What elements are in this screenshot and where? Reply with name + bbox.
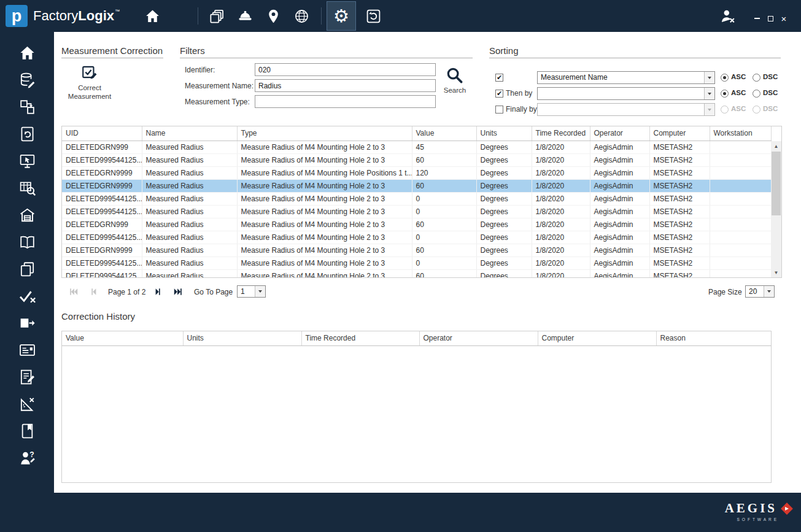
column-header[interactable]: Workstation [710,126,771,141]
column-header[interactable]: Computer [649,126,710,141]
search-button[interactable]: Search [436,66,474,94]
column-header[interactable]: Time Recorded [532,126,590,141]
sidebar-item[interactable] [0,417,54,444]
sidebar-item[interactable] [0,336,54,363]
location-button[interactable] [264,7,282,25]
cell-operator: AegisAdmin [590,141,649,153]
sidebar-item[interactable] [0,93,54,120]
sort-finally-asc-radio[interactable] [721,106,729,114]
sidebar-item[interactable] [0,363,54,390]
check-x-icon [18,287,36,305]
stacked-pages-icon [209,8,225,25]
table-row[interactable]: DELETED999544125... Measured Radius Meas… [62,205,771,218]
last-page-icon [173,287,184,297]
sort-then-checkbox[interactable] [495,90,503,98]
identifier-input[interactable] [255,63,436,76]
column-header[interactable]: Value [412,126,476,141]
main-content: Measurement Correction Filters Sorting C… [54,32,801,493]
table-row[interactable]: DELETED999544125... Measured Radius Meas… [62,153,771,166]
measurement-type-input[interactable] [255,95,436,108]
scrollbar-thumb[interactable] [772,152,781,215]
cell-units: Degrees [476,256,532,269]
close-button[interactable]: × [778,13,789,23]
sidebar-item[interactable] [0,120,54,147]
settings-button-active[interactable]: ⚙ [327,2,355,30]
column-header[interactable]: Name [142,126,237,141]
scroll-down-icon[interactable]: ▼ [771,268,781,277]
sync-button[interactable] [359,2,387,30]
column-header[interactable]: Units [476,126,532,141]
correct-measurement-button[interactable]: Correct Measurement [58,64,122,101]
sort-finally-dsc-radio[interactable] [753,106,760,114]
sidebar-item[interactable] [0,174,54,201]
home-icon [144,8,161,25]
goto-page-select[interactable]: 1 [237,285,266,298]
sort-then-select[interactable] [537,87,715,100]
logoff-user-button[interactable] [718,7,737,25]
table-row[interactable]: DELETED999544125... Measured Radius Meas… [62,269,771,278]
sidebar-item[interactable] [0,309,54,336]
sort-primary-checkbox[interactable] [495,74,503,82]
identifier-label: Identifier: [185,66,215,74]
next-page-button[interactable] [152,286,163,297]
column-header[interactable]: Operator [590,126,649,141]
last-page-button[interactable] [172,286,184,297]
table-row[interactable]: DELETEDGRN9999 Measured Radius Measure R… [62,166,771,179]
column-header[interactable]: Value [62,331,183,345]
sidebar-item[interactable] [0,390,54,417]
assembly-boxes-icon [18,98,36,116]
cell-workstation [710,166,771,179]
cell-value: 60 [412,269,476,278]
documents-button[interactable] [207,7,226,25]
titlebar-divider [198,7,198,25]
table-row[interactable]: DELETEDGRN9999 Measured Radius Measure R… [62,244,771,256]
sidebar-item[interactable] [0,147,54,174]
table-row[interactable]: DELETEDGRN999 Measured Radius Measure Ra… [62,141,771,153]
column-header[interactable]: UID [62,126,142,141]
sort-primary-select[interactable]: Measurement Name [537,71,715,84]
maximize-button[interactable] [765,13,776,23]
measurement-name-input[interactable] [255,79,436,92]
column-header[interactable]: Type [237,126,412,141]
first-page-button[interactable] [68,286,79,297]
production-button[interactable] [236,7,254,25]
cell-time-recorded: 1/8/2020 [532,244,590,256]
page-size-select[interactable]: 20 [745,285,775,298]
vertical-scrollbar[interactable]: ▲ ▼ [771,141,781,277]
sidebar-item[interactable] [0,39,54,66]
sort-then-asc-radio[interactable] [721,90,729,98]
sort-finally-select[interactable] [537,103,715,116]
scroll-up-icon[interactable]: ▲ [771,141,781,151]
minimize-button[interactable] [751,13,762,23]
cell-value: 0 [412,192,476,205]
table-row[interactable]: DELETED999544125... Measured Radius Meas… [62,192,771,205]
network-button[interactable] [292,7,311,25]
sort-finally-checkbox[interactable] [495,106,503,114]
sidebar-item[interactable] [0,255,54,282]
cell-name: Measured Radius [142,153,237,166]
table-row[interactable]: DELETED999544125... Measured Radius Meas… [62,256,771,269]
table-row[interactable]: DELETEDGRN999 Measured Radius Measure Ra… [62,218,771,231]
sidebar-item[interactable] [0,444,54,471]
cell-time-recorded: 1/8/2020 [532,256,590,269]
cell-uid: DELETEDGRN9999 [62,179,142,192]
column-header[interactable]: Time Recorded [301,331,419,345]
sidebar-item[interactable] [0,201,54,228]
column-header[interactable]: Operator [419,331,538,345]
table-row[interactable]: DELETEDGRN9999 Measured Radius Measure R… [62,179,771,192]
sort-primary-dsc-radio[interactable] [753,74,760,82]
sidebar-nav [0,39,54,471]
cell-value: 60 [412,218,476,231]
table-row[interactable]: DELETED999544125... Measured Radius Meas… [62,231,771,244]
correction-history-grid: ValueUnitsTime RecordedOperatorComputerR… [62,331,772,346]
sidebar-item[interactable] [0,282,54,309]
sort-then-dsc-radio[interactable] [753,90,760,98]
sort-primary-asc-radio[interactable] [721,74,729,82]
column-header[interactable]: Reason [656,331,771,345]
column-header[interactable]: Computer [538,331,656,345]
previous-page-button[interactable] [88,286,99,297]
sidebar-item[interactable] [0,228,54,255]
column-header[interactable]: Units [183,331,301,345]
sidebar-item[interactable] [0,66,54,93]
home-button[interactable] [143,7,161,25]
